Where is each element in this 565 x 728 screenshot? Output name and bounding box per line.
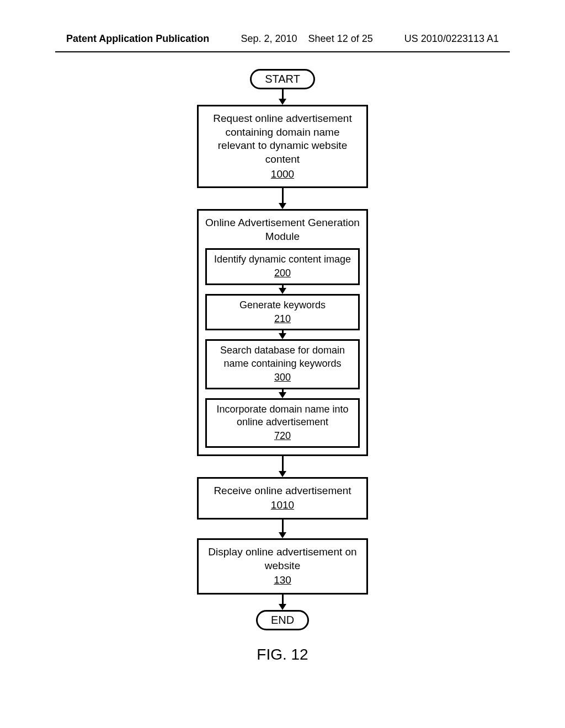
step-text: Receive online advertisement (206, 484, 359, 498)
start-terminal: START (250, 69, 315, 89)
substep-identify-image: Identify dynamic content image 200 (205, 248, 360, 285)
substep-text: Generate keywords (211, 299, 354, 312)
step-ref: 1000 (206, 168, 359, 181)
substep-ref: 210 (211, 313, 354, 325)
generation-module: Online Advertisement Generation Module I… (197, 209, 368, 456)
substep-generate-keywords: Generate keywords 210 (205, 294, 360, 331)
header-right: US 2010/0223113 A1 (404, 33, 499, 45)
substep-text: Incorporate domain name into online adve… (211, 403, 354, 429)
header-rule (55, 51, 510, 52)
substep-search-database: Search database for domain name containi… (205, 339, 360, 389)
substep-ref: 720 (211, 430, 354, 442)
figure-caption: FIG. 12 (33, 646, 532, 663)
header-left: Patent Application Publication (66, 33, 209, 45)
arrow (204, 330, 361, 339)
arrow (279, 595, 286, 610)
step-text: Display online advertisement on website (206, 545, 359, 572)
arrow (279, 89, 286, 105)
header-sheet: Sheet 12 of 25 (308, 33, 373, 44)
step-ref: 1010 (206, 499, 359, 512)
step-receive-ad: Receive online advertisement 1010 (197, 477, 368, 520)
step-text: Request online advertisement containing … (206, 112, 359, 167)
step-request-ad: Request online advertisement containing … (197, 105, 368, 188)
substep-text: Search database for domain name containi… (211, 344, 354, 370)
module-title: Online Advertisement Generation Module (204, 216, 361, 243)
end-terminal: END (256, 610, 309, 630)
step-display-ad: Display online advertisement on website … (197, 538, 368, 595)
substep-text: Identify dynamic content image (211, 253, 354, 266)
flowchart: START Request online advertisement conta… (33, 69, 532, 630)
substep-ref: 300 (211, 371, 354, 384)
arrow (279, 520, 286, 538)
arrow (204, 389, 361, 398)
substep-ref: 200 (211, 267, 354, 280)
header-date: Sep. 2, 2010 (241, 33, 297, 44)
arrow (204, 285, 361, 294)
page-header: Patent Application Publication Sep. 2, 2… (33, 33, 532, 48)
arrow (279, 456, 286, 477)
step-ref: 130 (206, 574, 359, 587)
header-center: Sep. 2, 2010 Sheet 12 of 25 (241, 33, 372, 45)
substep-incorporate-domain: Incorporate domain name into online adve… (205, 398, 360, 448)
arrow (279, 188, 286, 209)
